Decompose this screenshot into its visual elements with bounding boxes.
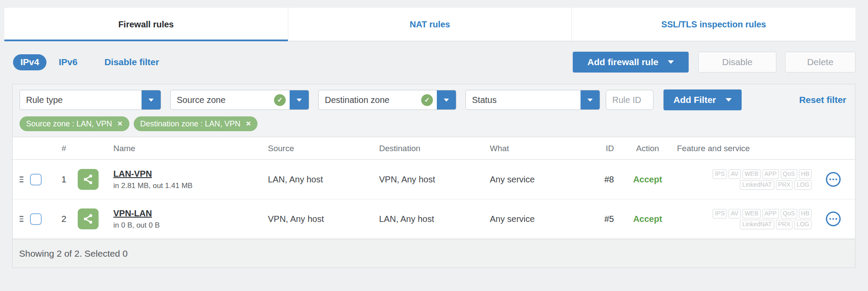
- feature-badges: IPS AV WEB APP QoS HB LinkedNAT PRX LOG: [677, 169, 812, 190]
- destination-zone-filter-chip[interactable]: Destination zone : LAN, VPN ✕: [134, 116, 258, 131]
- active-filter-chips: Source zone : LAN, VPN ✕ Destination zon…: [13, 116, 855, 137]
- row-checkbox[interactable]: [30, 213, 42, 225]
- feature-badge: IPS: [713, 169, 727, 179]
- status-dropdown-label: Status: [466, 95, 581, 105]
- share-network-icon[interactable]: [78, 208, 99, 229]
- feature-badge: LOG: [794, 180, 812, 190]
- tab-firewall-rules[interactable]: Firewall rules: [4, 8, 288, 41]
- chevron-down-icon: [149, 99, 154, 102]
- destination-zone-dropdown-label: Destination zone: [319, 95, 421, 105]
- row-checkbox-cell: [30, 213, 50, 225]
- col-what: What: [490, 144, 586, 153]
- feature-badge: IPS: [713, 209, 727, 218]
- reset-filter-link[interactable]: Reset filter: [799, 95, 846, 105]
- filter-bar: Rule type Source zone ✓ Destination zone…: [13, 84, 855, 116]
- add-firewall-rule-button[interactable]: Add firewall rule: [573, 52, 689, 73]
- row-checkbox-cell: [30, 174, 50, 185]
- col-action: Action: [618, 144, 677, 153]
- feature-badge: AV: [729, 209, 741, 218]
- feature-badge: PRX: [776, 180, 793, 190]
- status-dropdown-button[interactable]: [581, 90, 600, 110]
- chevron-down-icon: [297, 99, 302, 102]
- rule-id-input[interactable]: [606, 90, 653, 110]
- source-zone-filter-chip[interactable]: Source zone : LAN, VPN ✕: [20, 116, 129, 131]
- firewall-rules-panel: Rule type Source zone ✓ Destination zone…: [12, 84, 855, 268]
- more-options-icon[interactable]: [826, 212, 841, 226]
- chip-label: Source zone : LAN, VPN: [26, 119, 112, 129]
- col-feature-service: Feature and service: [677, 144, 812, 153]
- rule-traffic: in 0 B, out 0 B: [113, 221, 268, 230]
- rule-type-dropdown[interactable]: Rule type: [20, 90, 161, 110]
- rule-name-link[interactable]: VPN-LAN: [113, 208, 268, 218]
- share-network-icon[interactable]: [78, 169, 99, 190]
- row-checkbox[interactable]: [30, 174, 42, 185]
- close-icon[interactable]: ✕: [246, 120, 251, 128]
- rule-name-link[interactable]: LAN-VPN: [113, 169, 268, 179]
- drag-handle-icon[interactable]: [13, 216, 30, 222]
- disable-button[interactable]: Disable: [698, 52, 776, 73]
- col-source: Source: [268, 144, 379, 153]
- feature-badge: HB: [799, 209, 812, 218]
- status-dropdown[interactable]: Status: [465, 90, 600, 110]
- rule-id: #5: [586, 214, 618, 224]
- row-number: 2: [50, 214, 78, 224]
- add-firewall-rule-label: Add firewall rule: [587, 57, 658, 67]
- close-icon[interactable]: ✕: [117, 120, 123, 128]
- rule-type-dropdown-label: Rule type: [20, 95, 142, 105]
- check-circle-icon: ✓: [421, 94, 433, 106]
- rule-type-dropdown-button[interactable]: [142, 90, 161, 110]
- ipv6-toggle[interactable]: IPv6: [59, 57, 77, 67]
- tab-ssl-tls-inspection-rules[interactable]: SSL/TLS inspection rules: [571, 8, 855, 41]
- col-number: #: [50, 144, 78, 153]
- rule-destination: LAN, Any host: [379, 214, 490, 224]
- feature-badge: LinkedNAT: [740, 180, 774, 190]
- tab-nat-rules[interactable]: NAT rules: [288, 8, 572, 41]
- feature-badge: QoS: [781, 209, 797, 218]
- drag-handle-icon[interactable]: [13, 176, 30, 182]
- chevron-down-icon: [444, 99, 449, 102]
- feature-badge: QoS: [781, 169, 797, 179]
- source-zone-dropdown-label: Source zone: [171, 95, 274, 105]
- rule-source: VPN, Any host: [268, 214, 379, 224]
- rule-name-cell: LAN-VPN in 2.81 MB, out 1.41 MB: [113, 169, 268, 190]
- feature-badge: APP: [762, 169, 779, 179]
- rule-source: LAN, Any host: [268, 175, 379, 185]
- rule-destination: VPN, Any host: [379, 175, 490, 185]
- rule-icon-cell: [78, 169, 113, 190]
- feature-badge: PRX: [776, 220, 793, 229]
- rule-traffic: in 2.81 MB, out 1.41 MB: [113, 182, 268, 190]
- feature-badge: LinkedNAT: [740, 220, 774, 229]
- rule-id: #8: [586, 175, 618, 185]
- col-id: ID: [586, 144, 618, 153]
- rule-action: Accept: [618, 175, 677, 185]
- check-circle-icon: ✓: [274, 94, 286, 106]
- row-more-cell: [812, 212, 855, 226]
- feature-badge: APP: [762, 209, 779, 218]
- destination-zone-dropdown[interactable]: Destination zone ✓: [318, 90, 456, 110]
- feature-badge: WEB: [743, 169, 761, 179]
- source-zone-dropdown-button[interactable]: [290, 90, 309, 110]
- rule-action: Accept: [618, 214, 677, 224]
- destination-zone-dropdown-button[interactable]: [437, 90, 456, 110]
- table-row: 1 LAN-VPN in 2.81 MB, out 1.41 MB LAN, A…: [13, 160, 855, 199]
- row-number: 1: [50, 174, 78, 185]
- add-filter-button[interactable]: Add Filter: [663, 89, 742, 110]
- toolbar: IPv4 IPv6 Disable filter Add firewall ru…: [13, 52, 855, 73]
- feature-badges: IPS AV WEB APP QoS HB LinkedNAT PRX LOG: [677, 209, 812, 229]
- delete-button[interactable]: Delete: [785, 52, 855, 73]
- col-destination: Destination: [379, 144, 490, 153]
- chevron-down-icon: [726, 98, 732, 102]
- row-more-cell: [812, 172, 855, 187]
- feature-badge: LOG: [794, 220, 812, 229]
- more-options-icon[interactable]: [826, 172, 841, 187]
- rule-what: Any service: [490, 175, 586, 185]
- rule-what: Any service: [490, 214, 586, 224]
- chip-label: Destination zone : LAN, VPN: [140, 119, 241, 129]
- table-row: 2 VPN-LAN in 0 B, out 0 B VPN, Any host …: [13, 199, 855, 239]
- table-header: # Name Source Destination What ID Action…: [13, 137, 855, 160]
- tab-bar: Firewall rules NAT rules SSL/TLS inspect…: [4, 8, 855, 41]
- ipv4-toggle[interactable]: IPv4: [13, 54, 46, 70]
- chevron-down-icon: [668, 60, 674, 64]
- disable-filter-link[interactable]: Disable filter: [104, 57, 159, 67]
- source-zone-dropdown[interactable]: Source zone ✓: [170, 90, 309, 110]
